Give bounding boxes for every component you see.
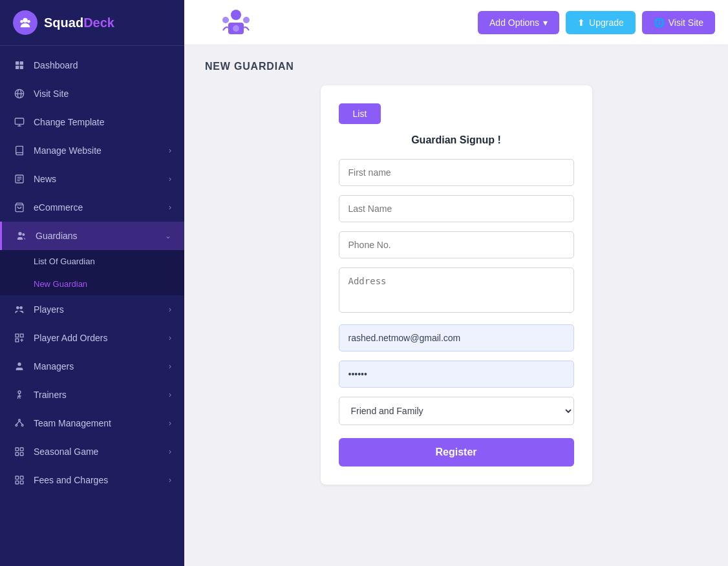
- relationship-group: Friend and Family: [339, 397, 574, 425]
- header-logo-img: [217, 3, 255, 42]
- seasonal-game-arrow: ›: [169, 447, 171, 456]
- register-button[interactable]: Register: [339, 438, 574, 466]
- add-options-button[interactable]: Add Options ▾: [478, 11, 559, 34]
- svg-point-0: [23, 18, 27, 23]
- sidebar-item-fees-and-charges-label: Fees and Charges: [34, 475, 169, 485]
- upgrade-button[interactable]: ⬆ Upgrade: [566, 11, 636, 34]
- address-group: [339, 267, 574, 315]
- sidebar-item-players[interactable]: Players ›: [0, 295, 184, 324]
- svg-rect-36: [16, 476, 19, 479]
- sidebar-item-seasonal-game[interactable]: Seasonal Game ›: [0, 437, 184, 466]
- svg-point-26: [18, 391, 21, 393]
- add-options-label: Add Options: [489, 17, 539, 28]
- address-textarea[interactable]: [339, 267, 574, 313]
- sidebar-item-visit-site-label: Visit Site: [34, 89, 171, 99]
- guardians-arrow: ⌄: [165, 231, 171, 240]
- relationship-select[interactable]: Friend and Family: [339, 397, 574, 425]
- logo-icon: [13, 10, 37, 35]
- header-logo-area: [197, 3, 275, 42]
- sidebar-item-team-management-label: Team Management: [34, 418, 169, 428]
- sidebar-item-ecommerce[interactable]: eCommerce ›: [0, 193, 184, 222]
- svg-point-27: [19, 419, 21, 421]
- last-name-group: [339, 195, 574, 222]
- managers-icon: [13, 360, 26, 373]
- sidebar-item-manage-website-label: Manage Website: [34, 145, 169, 156]
- players-arrow: ›: [169, 305, 171, 314]
- sidebar-item-trainers-label: Trainers: [34, 390, 169, 400]
- sidebar-item-team-management[interactable]: Team Management ›: [0, 409, 184, 437]
- sidebar-item-guardians[interactable]: Guardians ⌄: [0, 222, 184, 250]
- svg-rect-38: [16, 481, 19, 484]
- list-of-guardian-label: List Of Guardian: [34, 257, 95, 266]
- header-actions: Add Options ▾ ⬆ Upgrade 🌐 Visit Site: [478, 11, 715, 34]
- first-name-group: [339, 159, 574, 186]
- monitor-icon: [13, 116, 26, 129]
- visit-site-label: Visit Site: [669, 17, 703, 28]
- sidebar-item-list-of-guardian[interactable]: List Of Guardian: [0, 250, 184, 273]
- svg-rect-3: [16, 61, 19, 65]
- sidebar-item-players-label: Players: [34, 304, 169, 315]
- managers-arrow: ›: [169, 362, 171, 371]
- svg-point-18: [18, 232, 21, 235]
- svg-line-30: [16, 421, 19, 424]
- seasonal-icon: [13, 445, 26, 458]
- header: Add Options ▾ ⬆ Upgrade 🌐 Visit Site: [184, 0, 728, 45]
- svg-point-44: [233, 25, 239, 32]
- team-icon: [13, 417, 26, 430]
- svg-point-29: [21, 424, 23, 426]
- svg-rect-10: [15, 118, 23, 124]
- sidebar-item-manage-website[interactable]: Manage Website ›: [0, 136, 184, 165]
- form-title: Guardian Signup !: [339, 134, 574, 146]
- sidebar-item-news[interactable]: News ›: [0, 165, 184, 193]
- book-icon: [13, 144, 26, 157]
- svg-point-28: [16, 424, 17, 426]
- sidebar-item-player-add-orders[interactable]: Player Add Orders ›: [0, 324, 184, 352]
- sidebar-item-new-guardian[interactable]: New Guardian: [0, 273, 184, 295]
- upgrade-label: Upgrade: [589, 17, 624, 28]
- svg-rect-33: [20, 448, 23, 451]
- ecommerce-icon: [13, 201, 26, 214]
- page-title: NEW GUARDIAN: [205, 61, 707, 72]
- svg-point-21: [19, 306, 23, 309]
- password-input[interactable]: [339, 361, 574, 388]
- svg-rect-5: [16, 66, 19, 69]
- sidebar-item-change-template[interactable]: Change Template: [0, 108, 184, 136]
- phone-group: [339, 231, 574, 258]
- visit-site-button[interactable]: 🌐 Visit Site: [642, 11, 715, 34]
- svg-point-2: [27, 20, 30, 23]
- sidebar-item-dashboard-label: Dashboard: [34, 60, 171, 70]
- svg-rect-37: [20, 476, 23, 479]
- svg-rect-32: [16, 448, 19, 451]
- orders-arrow: ›: [169, 333, 171, 342]
- sidebar-item-trainers[interactable]: Trainers ›: [0, 381, 184, 409]
- sidebar: SquadDeck Dashboard Visit Site Change Te…: [0, 0, 184, 566]
- first-name-input[interactable]: [339, 159, 574, 186]
- svg-point-20: [16, 306, 19, 309]
- new-guardian-label: New Guardian: [34, 279, 87, 289]
- grid-icon: [13, 59, 26, 72]
- sidebar-item-fees-and-charges[interactable]: Fees and Charges ›: [0, 466, 184, 494]
- orders-icon: [13, 331, 26, 344]
- svg-point-19: [22, 233, 25, 236]
- svg-point-25: [17, 362, 21, 366]
- users-icon: [15, 229, 28, 242]
- sidebar-item-news-label: News: [34, 174, 169, 184]
- sidebar-item-managers[interactable]: Managers ›: [0, 352, 184, 381]
- email-input[interactable]: [339, 324, 574, 351]
- svg-rect-34: [16, 452, 19, 456]
- phone-input[interactable]: [339, 231, 574, 258]
- manage-website-arrow: ›: [169, 146, 171, 155]
- sidebar-nav: Dashboard Visit Site Change Template Man…: [0, 46, 184, 566]
- email-group: [339, 324, 574, 351]
- svg-line-31: [19, 421, 23, 424]
- new-guardian-form-card: List Guardian Signup ! Friend and: [321, 85, 592, 485]
- svg-point-1: [20, 20, 23, 23]
- last-name-input[interactable]: [339, 195, 574, 222]
- news-icon: [13, 173, 26, 185]
- list-button[interactable]: List: [339, 103, 381, 124]
- svg-point-40: [231, 10, 241, 20]
- sidebar-item-managers-label: Managers: [34, 361, 169, 372]
- sidebar-item-guardians-label: Guardians: [36, 231, 165, 241]
- sidebar-item-dashboard[interactable]: Dashboard: [0, 51, 184, 79]
- sidebar-item-visit-site[interactable]: Visit Site: [0, 79, 184, 108]
